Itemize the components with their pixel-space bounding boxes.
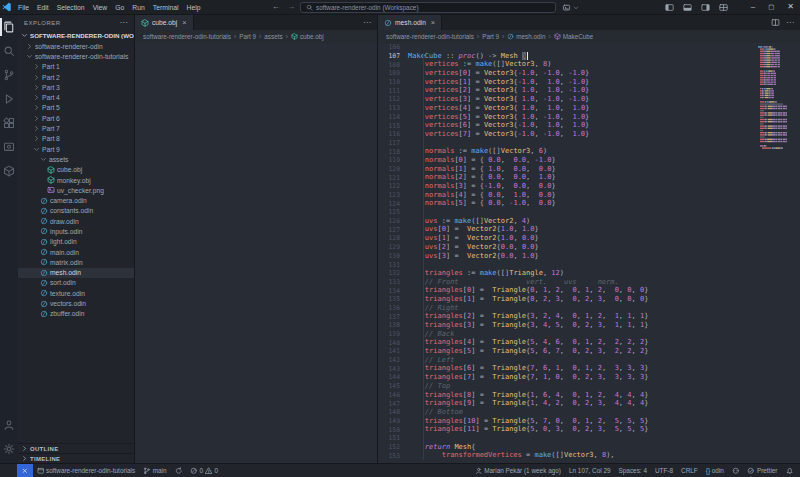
tree-item-software-renderer-odin-tutorials[interactable]: software-renderer-odin-tutorials xyxy=(18,51,134,61)
toggle-sidebar-button[interactable] xyxy=(665,3,674,12)
code-line-137: 137 triangles[2] = Triangle{3, 2, 4, 0, … xyxy=(378,312,800,321)
tree-item-part-3[interactable]: Part 3 xyxy=(18,82,134,92)
activity-extensions-button[interactable] xyxy=(0,111,18,135)
copilot-menu-button[interactable] xyxy=(562,3,579,12)
tab-cube-obj[interactable]: cube.obj × xyxy=(135,15,194,30)
status-git-sync[interactable] xyxy=(171,464,187,477)
breadcrumb-item-software-renderer-odin-tutorials[interactable]: software-renderer-odin-tutorials xyxy=(143,33,231,40)
breadcrumb-separator: › xyxy=(286,33,288,40)
status-remote-indicator[interactable] xyxy=(17,464,33,477)
explorer-actions-button[interactable]: ⋯ xyxy=(120,18,129,27)
activity-run-debug-button[interactable] xyxy=(0,87,18,111)
tree-item-software-renderer-odin[interactable]: software-renderer-odin xyxy=(18,41,134,51)
tree-item-part-5[interactable]: Part 5 xyxy=(18,103,134,113)
restore-button[interactable]: ▢ xyxy=(768,0,774,14)
menu-file[interactable]: File xyxy=(14,4,33,11)
close-icon[interactable]: × xyxy=(182,18,186,27)
tree-item-label: main.odin xyxy=(50,249,79,256)
status-eol[interactable]: CRLF xyxy=(677,464,702,477)
more-actions-button[interactable]: ⋯ xyxy=(363,18,371,27)
status-copilot[interactable] xyxy=(728,464,744,477)
line-number: 148 xyxy=(378,408,400,416)
breadcrumb-item-mesh-odin[interactable]: mesh.odin xyxy=(507,33,545,40)
command-center-search[interactable]: software-renderer-odin (Workspace) xyxy=(300,2,556,13)
tree-item-assets[interactable]: assets xyxy=(18,154,134,164)
tree-item-part-2[interactable]: Part 2 xyxy=(18,72,134,82)
breadcrumb-item-part-9[interactable]: Part 9 xyxy=(239,33,256,40)
status-git-author[interactable]: Marian Pekár (1 week ago) xyxy=(471,464,565,477)
tree-item-cube-obj[interactable]: cube.obj xyxy=(18,165,134,175)
tree-item-texture-odin[interactable]: texture.odin xyxy=(18,288,134,298)
odin-icon xyxy=(40,197,48,205)
line-number: 131 xyxy=(378,261,400,269)
back-arrow-icon[interactable]: ← xyxy=(272,2,280,11)
activity-search-button[interactable] xyxy=(0,39,18,63)
tree-item-constants-odin[interactable]: constants.odin xyxy=(18,206,134,216)
tree-item-vectors-odin[interactable]: vectors.odin xyxy=(18,298,134,308)
status-indentation[interactable]: Spaces: 4 xyxy=(615,464,651,477)
breadcrumb-item-software-renderer-odin-tutorials[interactable]: software-renderer-odin-tutorials xyxy=(386,33,474,40)
status-notifications[interactable] xyxy=(782,464,798,477)
menu-help[interactable]: Help xyxy=(182,4,204,11)
menu-terminal[interactable]: Terminal xyxy=(149,4,183,11)
editor-pane-empty[interactable] xyxy=(135,43,377,463)
code-editor[interactable]: 106107MakeCube :: proc() -> Mesh {108 ve… xyxy=(378,43,800,463)
tree-item-inputs-odin[interactable]: inputs.odin xyxy=(18,226,134,236)
tab-mesh-odin[interactable]: mesh.odin × xyxy=(378,15,442,30)
status-problems[interactable]: 00 xyxy=(186,464,222,477)
close-button[interactable]: ✕ xyxy=(787,0,794,14)
tree-item-light-odin[interactable]: light.odin xyxy=(18,237,134,247)
breadcrumb-item-cube-obj[interactable]: cube.obj xyxy=(291,33,324,40)
workspace-root-row[interactable]: SOFTWARE-RENDERER-ODIN (WORKSP... xyxy=(18,30,134,41)
minimize-button[interactable]: – xyxy=(751,0,755,14)
tree-item-mesh-odin[interactable]: mesh.odin xyxy=(18,268,134,278)
tree-item-camera-odin[interactable]: camera.odin xyxy=(18,195,134,205)
tree-item-part-7[interactable]: Part 7 xyxy=(18,123,134,133)
tree-item-zbuffer-odin[interactable]: zbuffer.odin xyxy=(18,309,134,319)
code-line-144: 144 triangles[7] = Triangle{7, 1, 0, 0, … xyxy=(378,373,800,382)
odin-icon xyxy=(384,19,392,27)
tree-item-monkey-obj[interactable]: monkey.obj xyxy=(18,175,134,185)
menu-view[interactable]: View xyxy=(89,4,112,11)
tree-item-part-6[interactable]: Part 6 xyxy=(18,113,134,123)
tree-item-draw-odin[interactable]: draw.odin xyxy=(18,216,134,226)
menu-selection[interactable]: Selection xyxy=(53,4,89,11)
toggle-panel-button[interactable] xyxy=(683,3,692,12)
menu-edit[interactable]: Edit xyxy=(33,4,53,11)
minimap[interactable] xyxy=(758,44,796,154)
tree-item-matrix-odin[interactable]: matrix.odin xyxy=(18,257,134,267)
breadcrumb-item-assets[interactable]: assets xyxy=(264,33,282,40)
tree-item-uv-checker-png[interactable]: uv_checker.png xyxy=(18,185,134,195)
more-actions-button[interactable]: ⋯ xyxy=(786,18,794,27)
toggle-secondary-sidebar-button[interactable] xyxy=(701,3,710,12)
activity-source-control-button[interactable] xyxy=(0,63,18,87)
activity-explorer-button[interactable] xyxy=(0,15,18,39)
tree-item-part-8[interactable]: Part 8 xyxy=(18,134,134,144)
menu-run[interactable]: Run xyxy=(128,4,148,11)
customize-layout-button[interactable] xyxy=(719,3,728,12)
tree-item-part-9[interactable]: Part 9 xyxy=(18,144,134,154)
menu-go[interactable]: Go xyxy=(111,4,128,11)
breadcrumb-item-makecube[interactable]: MakeCube xyxy=(554,33,593,40)
activity-settings-button[interactable] xyxy=(0,437,18,461)
close-icon[interactable]: × xyxy=(431,18,435,27)
split-editor-icon[interactable] xyxy=(771,18,780,27)
tree-item-sort-odin[interactable]: sort.odin xyxy=(18,278,134,288)
activity-accounts-button[interactable] xyxy=(0,413,18,437)
status-workspace[interactable]: software-renderer-odin-tutorials xyxy=(33,464,140,477)
line-number: 109 xyxy=(378,69,400,77)
outline-section[interactable]: OUTLINE xyxy=(18,443,134,453)
tree-item-part-4[interactable]: Part 4 xyxy=(18,92,134,102)
tree-item-main-odin[interactable]: main.odin xyxy=(18,247,134,257)
status-git-branch[interactable]: main xyxy=(139,464,170,477)
status-language-mode[interactable]: {} odin xyxy=(702,464,728,477)
breadcrumb-item-part-9[interactable]: Part 9 xyxy=(482,33,499,40)
activity-package-explorer-button[interactable] xyxy=(0,159,18,183)
status-formatter[interactable]: Prettier xyxy=(743,464,781,477)
timeline-section[interactable]: TIMELINE xyxy=(18,453,134,463)
status-cursor-position[interactable]: Ln 107, Col 29 xyxy=(565,464,615,477)
activity-remote-explorer-button[interactable] xyxy=(0,135,18,159)
forward-arrow-icon[interactable]: → xyxy=(287,2,295,11)
tree-item-part-1[interactable]: Part 1 xyxy=(18,62,134,72)
status-encoding[interactable]: UTF-8 xyxy=(651,464,677,477)
